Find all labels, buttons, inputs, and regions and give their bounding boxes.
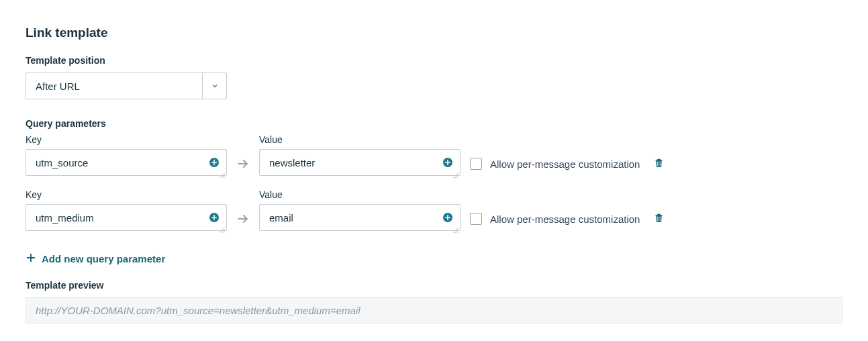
plus-circle-icon[interactable] [209,157,220,168]
value-label: Value [259,189,461,200]
delete-row-button[interactable] [653,205,665,232]
plus-circle-icon[interactable] [442,157,453,168]
param-row: Key utm_medium Value email Allow per-mes [26,189,842,232]
add-query-parameter-button[interactable]: Add new query parameter [26,252,165,265]
resize-handle-icon [453,168,459,174]
value-label: Value [259,134,461,145]
template-position-select[interactable]: After URL [26,72,227,99]
arrow-right-icon [236,150,250,177]
param-row: Key utm_source Value newsletter Allow pe [26,134,842,177]
section-title: Link template [26,26,842,40]
resize-handle-icon [453,224,459,229]
resize-handle-icon [220,224,225,229]
template-preview-text: http://YOUR-DOMAIN.com?utm_source=newsle… [36,305,360,316]
plus-icon [26,252,36,265]
allow-customization-checkbox[interactable] [470,213,482,225]
resize-handle-icon [220,168,225,174]
value-input[interactable]: email [259,204,461,231]
plus-circle-icon[interactable] [209,212,220,223]
allow-customization-label: Allow per-message customization [490,158,640,170]
trash-icon [653,212,665,226]
trash-icon [653,157,665,171]
chevron-down-icon[interactable] [202,73,226,99]
key-label: Key [26,189,227,200]
template-position-label: Template position [26,55,842,66]
key-input[interactable]: utm_medium [26,204,227,231]
allow-customization-checkbox[interactable] [470,158,482,170]
template-preview-box: http://YOUR-DOMAIN.com?utm_source=newsle… [26,297,842,324]
add-query-parameter-label: Add new query parameter [42,253,165,264]
allow-customization-label: Allow per-message customization [490,213,640,225]
key-value: utm_medium [36,212,202,224]
value-input[interactable]: newsletter [259,149,461,176]
value-value: email [269,212,436,224]
template-position-value: After URL [26,73,202,99]
key-value: utm_source [36,157,202,168]
value-value: newsletter [269,157,436,168]
key-label: Key [26,134,227,145]
key-input[interactable]: utm_source [26,149,227,176]
arrow-right-icon [236,205,250,232]
template-preview-label: Template preview [26,280,842,291]
query-parameters-label: Query parameters [26,118,842,129]
plus-circle-icon[interactable] [442,212,453,223]
delete-row-button[interactable] [653,150,665,177]
